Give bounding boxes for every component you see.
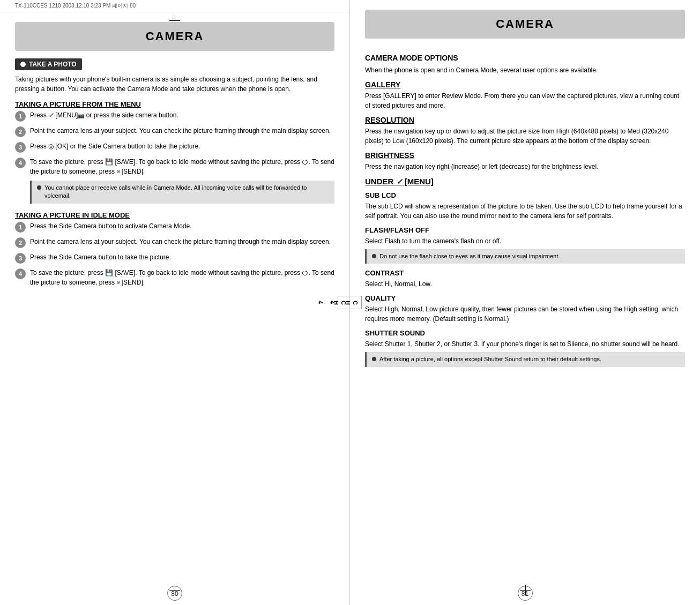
contrast-title: CONTRAST xyxy=(365,269,685,277)
note-box-3: After taking a picture, all options exce… xyxy=(365,352,685,367)
gallery-title: GALLERY xyxy=(365,80,685,89)
take-a-photo-label: TAKE A PHOTO xyxy=(29,61,77,68)
intro-text: Taking pictures with your phone's built-… xyxy=(15,74,334,94)
right-chapter-tab-text: CH4 xyxy=(329,301,359,305)
sub-lcd-text: The sub LCD will show a representation o… xyxy=(365,201,685,221)
step-idle-1-num: 1 xyxy=(15,222,26,233)
gallery-text: Press [GALLERY] to enter Review Mode. Fr… xyxy=(365,91,685,110)
quality-text: Select High, Normal, Low picture quality… xyxy=(365,304,685,324)
page-spread: TX-110CCES 1210 2003.12.10 3:23 PM 페이지 8… xyxy=(0,0,700,605)
brightness-title: BRIGHTNESS xyxy=(365,151,685,160)
resolution-text: Press the navigation key up or down to a… xyxy=(365,126,685,146)
shutter-title: SHUTTER SOUND xyxy=(365,329,685,337)
shutter-text: Select Shutter 1, Shutter 2, or Shutter … xyxy=(365,339,685,349)
camera-mode-options-title: CAMERA MODE OPTIONS xyxy=(365,54,685,62)
resolution-title: RESOLUTION xyxy=(365,116,685,124)
right-page: CAMERA CAMERA MODE OPTIONS When the phon… xyxy=(350,0,700,605)
step-idle-3-num: 3 xyxy=(15,253,26,264)
step-menu-4: 4 To save the picture, press 💾 [SAVE]. T… xyxy=(15,157,334,176)
note-box-1: You cannot place or receive calls while … xyxy=(30,181,334,204)
camera-mode-intro: When the phone is open and in Camera Mod… xyxy=(365,65,685,75)
reg-mark-bottom-left xyxy=(169,585,180,595)
flash-text: Select Flash to turn the camera's flash … xyxy=(365,236,685,246)
step-idle-2-text: Point the camera lens at your subject. Y… xyxy=(30,237,331,247)
note-text-3: After taking a picture, all options exce… xyxy=(379,355,601,363)
step-menu-3: 3 Press ◎ [OK] or the Side Camera button… xyxy=(15,141,334,153)
step-menu-1-num: 1 xyxy=(15,111,26,122)
section2-title: TAKING A PICTURE IN IDLE MODE xyxy=(15,211,334,219)
step-menu-2-num: 2 xyxy=(15,126,26,137)
step-menu-2: 2 Point the camera lens at your subject.… xyxy=(15,126,334,137)
file-info-text: TX-110CCES 1210 2003.12.10 3:23 PM 페이지 8… xyxy=(15,3,136,9)
right-page-content: CAMERA MODE OPTIONS When the phone is op… xyxy=(350,39,700,581)
step-idle-2: 2 Point the camera lens at your subject.… xyxy=(15,237,334,248)
step-menu-3-text: Press ◎ [OK] or the Side Camera button t… xyxy=(30,141,200,151)
flash-title: FLASH/FLASH OFF xyxy=(365,226,685,234)
note-box-2: Do not use the flash close to eyes as it… xyxy=(365,249,685,264)
left-page-content: TAKE A PHOTO Taking pictures with your p… xyxy=(0,51,349,581)
reg-mark-bottom-right xyxy=(520,585,531,595)
left-page-header: CAMERA xyxy=(15,22,334,51)
steps-menu-list: 1 Press ✓ [MENU]📷 or press the side came… xyxy=(15,110,334,176)
step-idle-4: 4 To save the picture, press 💾 [SAVE]. T… xyxy=(15,268,334,287)
right-page-title: CAMERA xyxy=(496,17,554,31)
right-page-header: CAMERA xyxy=(365,10,685,39)
reg-mark-top-left xyxy=(169,15,180,26)
take-a-photo-bullet xyxy=(20,62,26,67)
brightness-text: Press the navigation key right (increase… xyxy=(365,162,685,171)
steps-idle-list: 1 Press the Side Camera button to activa… xyxy=(15,221,334,287)
step-menu-4-text: To save the picture, press 💾 [SAVE]. To … xyxy=(30,157,334,176)
step-idle-4-num: 4 xyxy=(15,268,26,279)
note-bullet-3 xyxy=(372,357,376,361)
step-idle-1: 1 Press the Side Camera button to activa… xyxy=(15,221,334,233)
take-a-photo-heading: TAKE A PHOTO xyxy=(15,58,82,70)
note-bullet-2 xyxy=(372,254,376,258)
step-idle-3: 3 Press the Side Camera button to take t… xyxy=(15,252,334,264)
step-idle-2-num: 2 xyxy=(15,237,26,248)
left-page-title: CAMERA xyxy=(146,29,204,43)
step-menu-3-num: 3 xyxy=(15,142,26,153)
note-text-1: You cannot place or receive calls while … xyxy=(44,184,329,200)
quality-title: QUALITY xyxy=(365,294,685,302)
file-info-bar: TX-110CCES 1210 2003.12.10 3:23 PM 페이지 8… xyxy=(0,0,349,12)
contrast-text: Select Hi, Normal, Low. xyxy=(365,279,685,289)
section1-title: TAKING A PICTURE FROM THE MENU xyxy=(15,100,334,108)
right-chapter-tab: CH4 xyxy=(350,296,362,310)
under-menu-title: UNDER ✓ [MENU] xyxy=(365,177,685,186)
sub-lcd-title: SUB LCD xyxy=(365,191,685,199)
step-idle-4-text: To save the picture, press 💾 [SAVE]. To … xyxy=(30,268,334,287)
note-text-2: Do not use the flash close to eyes as it… xyxy=(379,252,560,260)
step-menu-4-num: 4 xyxy=(15,158,26,168)
note-bullet-1 xyxy=(37,185,41,190)
step-menu-1: 1 Press ✓ [MENU]📷 or press the side came… xyxy=(15,110,334,122)
step-menu-2-text: Point the camera lens at your subject. Y… xyxy=(30,126,331,136)
left-page: TX-110CCES 1210 2003.12.10 3:23 PM 페이지 8… xyxy=(0,0,350,605)
step-menu-1-text: Press ✓ [MENU]📷 or press the side camera… xyxy=(30,110,178,120)
step-idle-1-text: Press the Side Camera button to activate… xyxy=(30,221,191,231)
step-idle-3-text: Press the Side Camera button to take the… xyxy=(30,252,171,262)
